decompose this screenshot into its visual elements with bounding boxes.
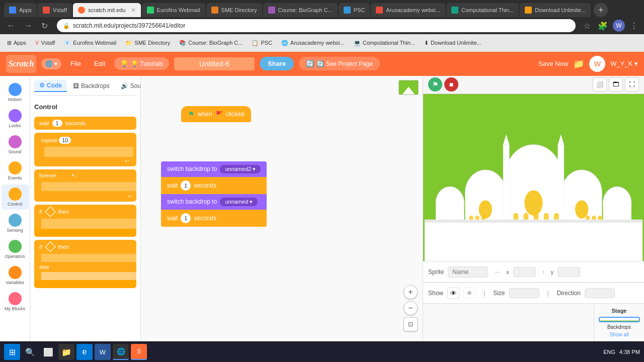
tab-code[interactable]: ⚙ Code: [34, 80, 67, 92]
share-button[interactable]: Share: [260, 57, 294, 70]
stage-label: Stage: [612, 308, 627, 314]
category-control[interactable]: Control: [2, 185, 29, 210]
show-eye-button[interactable]: 👁: [447, 287, 459, 299]
save-now-button[interactable]: Save Now: [538, 60, 568, 67]
zoom-in-button[interactable]: +: [404, 285, 418, 299]
tab-eurofins[interactable]: Eurofins Webmail: [142, 3, 205, 17]
file-explorer-taskbar[interactable]: 📁: [58, 344, 74, 360]
category-looks[interactable]: Looks: [2, 106, 29, 131]
direction-input[interactable]: [585, 288, 615, 298]
scratch-taskbar[interactable]: S: [131, 344, 147, 360]
forever-block[interactable]: forever ↖ ↩: [34, 169, 136, 202]
tab-scratch[interactable]: scratch.mit.edu ✕: [73, 3, 141, 17]
tab-biograph[interactable]: Course: BioGraph C...: [263, 3, 338, 17]
category-sound[interactable]: Sound: [2, 132, 29, 157]
fullscreen-button[interactable]: ⛶: [625, 77, 639, 92]
windows-taskbar: ⊞ 🔍 ⬜ 📁 e W 🌐 S ENG 4:38 PM: [0, 342, 644, 362]
wait-block[interactable]: wait 1 seconds: [34, 117, 136, 130]
tab-backdrops[interactable]: 🖼 Backdrops: [68, 80, 115, 92]
sprites-row: Stage: [423, 304, 644, 341]
scratch-taskbar-icon: S: [137, 348, 141, 355]
size-input[interactable]: [509, 288, 539, 298]
folder-icon[interactable]: 📁: [573, 58, 584, 69]
tutorials-button[interactable]: 💡 💡 Tutorials: [114, 57, 169, 70]
bookmark-arus[interactable]: 🌐 Arusacademy websi...: [278, 39, 348, 47]
mosque-illustration: [423, 94, 644, 261]
y-input[interactable]: [557, 267, 580, 277]
url-text: scratch.mit.edu/projects/397256641/edito…: [73, 22, 185, 29]
tutorials-icon: 💡: [120, 60, 128, 67]
switch-backdrop-1-block[interactable]: switch backdrop to unnamed2 ▾: [161, 161, 267, 177]
tab-apps[interactable]: Apps: [4, 3, 37, 17]
bookmark-vstaff[interactable]: V Vstaff: [32, 39, 58, 47]
profile-icon[interactable]: W: [613, 20, 625, 32]
url-bar[interactable]: 🔒 scratch.mit.edu/projects/397256641/edi…: [57, 19, 576, 32]
bookmark-biograph[interactable]: 📚 Course: BioGraph C...: [176, 39, 246, 47]
username-label[interactable]: W_Y_K ▾: [610, 60, 638, 67]
reload-button[interactable]: ↻: [38, 19, 51, 33]
tab-sounds[interactable]: 🔊 Sounds: [116, 80, 141, 92]
hide-eye-button[interactable]: 👁: [463, 287, 475, 299]
category-motion[interactable]: Motion: [2, 80, 29, 105]
chrome-taskbar[interactable]: 🌐: [113, 344, 129, 360]
blocks-panel: ⚙ Code 🖼 Backdrops 🔊 Sounds Control: [30, 76, 141, 341]
svg-point-17: [575, 200, 588, 218]
bookmark-apps[interactable]: ⊞ Apps: [4, 39, 29, 47]
see-project-button[interactable]: 🔄 🔄 See Project Page: [299, 57, 380, 70]
search-button[interactable]: 🔍: [22, 344, 38, 360]
task-view-button[interactable]: ⬜: [40, 344, 56, 360]
language-button[interactable]: 🌐 ▾: [41, 58, 61, 69]
bookmark-icon[interactable]: ☆: [582, 19, 593, 33]
word-taskbar[interactable]: W: [95, 344, 111, 360]
tab-vstaff[interactable]: Vstaff: [38, 3, 72, 17]
project-name-input[interactable]: [174, 57, 255, 70]
tab-download[interactable]: Download Unlimite...: [520, 3, 591, 17]
extensions-icon[interactable]: 🧩: [596, 19, 610, 33]
file-menu[interactable]: File: [66, 57, 85, 70]
green-flag-button[interactable]: ⚑: [428, 77, 442, 92]
browser-address-bar: ← → ↻ 🔒 scratch.mit.edu/projects/3972566…: [0, 17, 644, 34]
wait-2-block[interactable]: wait 1 seconds: [161, 210, 267, 227]
small-stage-button[interactable]: ⬜: [593, 77, 607, 92]
wait-1-block[interactable]: wait 1 seconds: [161, 177, 267, 194]
switch-backdrop-2-block[interactable]: switch backdrop to unnamed ▾: [161, 194, 267, 210]
category-events[interactable]: Events: [2, 158, 29, 184]
show-all-button[interactable]: Show all: [610, 332, 629, 337]
zoom-out-button[interactable]: −: [404, 301, 418, 315]
x-input[interactable]: [513, 267, 536, 277]
bookmark-eurofins[interactable]: 📧 Eurofins Webmail: [61, 39, 119, 47]
bookmark-sme[interactable]: 📁 SME Directory: [122, 39, 173, 47]
if-then-block[interactable]: if then: [34, 205, 136, 237]
bookmark-psc[interactable]: 📋 PSC: [249, 39, 275, 47]
scratch-header: Scratch 🌐 ▾ File Edit 💡 💡 Tutorials Shar…: [0, 52, 644, 76]
category-variables[interactable]: Variables: [2, 263, 29, 288]
stage-thumbnail[interactable]: [599, 317, 640, 322]
bookmark-download[interactable]: ⬇ Download Unlimite...: [421, 39, 485, 47]
if-else-block[interactable]: if then else: [34, 240, 136, 288]
new-tab-button[interactable]: +: [594, 3, 608, 17]
fit-screen-button[interactable]: ⊡: [404, 317, 418, 331]
back-button[interactable]: ←: [4, 19, 18, 32]
edge-taskbar[interactable]: e: [76, 344, 93, 360]
forward-button[interactable]: →: [21, 19, 35, 32]
category-myblocks[interactable]: My Blocks: [2, 289, 29, 314]
edit-menu[interactable]: Edit: [90, 57, 109, 70]
sprite-name-input[interactable]: [448, 266, 488, 278]
code-icon: ⚙: [39, 82, 45, 89]
taskbar-right: ENG 4:38 PM: [603, 349, 640, 355]
tab-psc[interactable]: PSC: [339, 3, 370, 17]
category-operators[interactable]: Operators: [2, 237, 29, 262]
search-icon: 🔍: [25, 347, 35, 357]
stop-button[interactable]: ■: [444, 77, 458, 92]
browser-menu-icon[interactable]: ⋮: [628, 19, 640, 33]
when-clicked-block[interactable]: ⚑ when 🚩 clicked: [181, 106, 251, 122]
category-sensing[interactable]: Sensing: [2, 211, 29, 236]
windows-start-button[interactable]: ⊞: [4, 344, 20, 360]
tab-computational[interactable]: Computational Thin...: [446, 3, 519, 17]
bookmark-computational[interactable]: 💻 Computational Thin...: [351, 39, 418, 47]
browser-tabs-bar: Apps Vstaff scratch.mit.edu ✕ Eurofins W…: [0, 0, 644, 17]
tab-arus[interactable]: Arusacademy websi...: [371, 3, 445, 17]
tab-sme[interactable]: SME Directory: [206, 3, 262, 17]
normal-stage-button[interactable]: 🗔: [609, 77, 623, 92]
repeat-block[interactable]: repeat 10 ↩: [34, 133, 136, 166]
